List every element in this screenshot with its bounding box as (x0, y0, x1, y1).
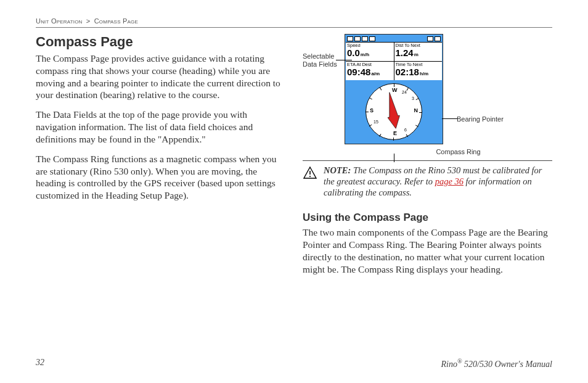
field-unit: a/m (371, 72, 380, 76)
data-field: Speed 0.0m/h (346, 43, 394, 61)
tick-mark (415, 125, 419, 127)
status-icon (369, 36, 375, 41)
close-icon (435, 36, 441, 41)
dial-number: 15 (374, 120, 378, 124)
battery-icon (347, 36, 353, 41)
body-paragraph: The Data Fields at the top of the page p… (36, 109, 285, 145)
svg-marker-0 (383, 91, 402, 130)
note-text: NOTE: The Compass on the Rino 530 must b… (324, 165, 552, 198)
body-paragraph: The two main components of the Compass P… (303, 226, 552, 275)
cardinal-s: S (370, 107, 374, 113)
callout-line (336, 60, 352, 60)
callout-compass-ring: Compass Ring (364, 148, 552, 155)
field-value: 0.0 (347, 48, 360, 57)
callout-line (394, 154, 394, 162)
manual-title: Rino® 520/530 Owner's Manual (441, 358, 552, 369)
status-bar (346, 35, 442, 42)
header-rule (36, 27, 552, 28)
dial-number: 3 (412, 96, 414, 101)
field-unit: m/h (361, 52, 369, 57)
tick-mark (380, 88, 382, 91)
breadcrumb-separator: > (86, 17, 91, 25)
callout-datafields: Selectable Data Fields (303, 34, 340, 68)
data-field: Time To Next 02:18h/m (394, 62, 443, 80)
tick-mark (406, 134, 408, 138)
page-number: 32 (36, 358, 44, 369)
product-name: Rino (441, 360, 457, 369)
field-unit: m (414, 52, 419, 57)
page-title: Compass Page (36, 34, 285, 50)
menu-icon (427, 36, 433, 41)
breadcrumb-section: Unit Operation (36, 17, 83, 25)
tick-mark (369, 97, 372, 99)
signal-icon (354, 36, 361, 41)
field-value: 02:18 (396, 67, 419, 76)
tick-mark (407, 88, 409, 91)
note-link[interactable]: page 36 (435, 176, 463, 186)
compass-ring: N E S W 24 15 3 6 (365, 83, 422, 140)
cardinal-n: N (414, 107, 419, 113)
breadcrumb-page: Compass Page (94, 17, 138, 25)
body-paragraph: The Compass Page provides active guidanc… (36, 52, 285, 101)
field-unit: h/m (420, 72, 428, 76)
gps-icon (362, 36, 368, 41)
tick-mark (369, 125, 372, 126)
note-label: NOTE: (324, 165, 351, 175)
body-paragraph: The Compass Ring functions as a magnetic… (36, 153, 285, 202)
compass-figure: Selectable Data Fields (303, 34, 552, 144)
dial-number: 6 (404, 128, 407, 132)
device-screen: Speed 0.0m/h Dist To Next 1.24m ETA At D… (345, 34, 443, 144)
bearing-pointer-icon (383, 91, 402, 130)
manual-suffix: 520/530 Owner's Manual (462, 360, 553, 369)
right-column: Selectable Data Fields (303, 34, 552, 283)
dial-number: 24 (402, 90, 407, 94)
field-value: 09:48 (347, 67, 370, 76)
svg-point-3 (309, 176, 311, 177)
tick-mark (393, 138, 394, 141)
field-value: 1.24 (396, 48, 414, 57)
data-field: Dist To Next 1.24m (394, 43, 443, 61)
tick-mark (379, 134, 381, 137)
data-fields-grid: Speed 0.0m/h Dist To Next 1.24m ETA At D… (346, 42, 442, 80)
tick-mark (365, 112, 369, 112)
cardinal-e: E (393, 130, 397, 136)
tick-mark (419, 112, 422, 113)
warning-icon (303, 166, 317, 181)
compass-area: N E S W 24 15 3 6 (346, 80, 442, 143)
note-rule (303, 160, 552, 161)
tick-mark (416, 98, 419, 100)
callout-bearing: Bearing Pointer (457, 115, 504, 123)
breadcrumb: Unit Operation > Compass Page (36, 17, 552, 25)
note-block: NOTE: The Compass on the Rino 530 must b… (303, 165, 552, 198)
registered-mark: ® (457, 358, 462, 364)
subheading: Using the Compass Page (303, 212, 552, 224)
data-field: ETA At Dest 09:48a/m (346, 62, 394, 80)
left-column: Compass Page The Compass Page provides a… (36, 34, 285, 283)
page-footer: 32 Rino® 520/530 Owner's Manual (36, 358, 552, 369)
